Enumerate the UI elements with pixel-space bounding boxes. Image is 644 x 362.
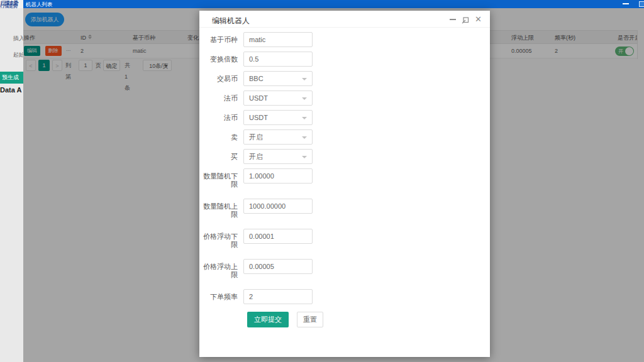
chevron-down-icon: [302, 117, 307, 119]
chevron-down-icon: [302, 78, 307, 80]
fiat-select-1[interactable]: USDT: [243, 90, 313, 106]
field-label: 法币: [203, 90, 238, 102]
field-label: 价格浮动下限: [203, 229, 238, 249]
multiplier-input[interactable]: [243, 52, 313, 67]
field-label: 价格浮动上限: [203, 259, 238, 279]
form-row-multiplier: 变换倍数: [203, 52, 490, 67]
maximize-icon[interactable]: [462, 15, 470, 23]
price-lower-input[interactable]: [243, 229, 313, 244]
form-actions: 立即提交 重置: [247, 312, 490, 327]
app-logo: 行情走势 行情走势: [0, 0, 23, 8]
chevron-down-icon: [302, 136, 307, 139]
field-label: 买: [203, 149, 238, 161]
tab-robot-list[interactable]: 机器人列表: [26, 1, 53, 8]
field-label: 数量随机上限: [203, 199, 238, 219]
screen: 行情走势 行情走势 机器人列表 插入 起始 预生成 Data A 添加机器人 操…: [0, 0, 644, 362]
submit-button[interactable]: 立即提交: [247, 312, 289, 327]
field-label: 基于币种: [203, 32, 238, 44]
modal-title: 编辑机器人: [212, 16, 250, 26]
fiat-select-2[interactable]: USDT: [243, 110, 313, 125]
sidebar-item-pregenerate[interactable]: 预生成: [0, 72, 23, 84]
trade-coin-select[interactable]: BBC: [243, 71, 313, 86]
base-coin-input[interactable]: [243, 32, 313, 47]
price-upper-input[interactable]: [243, 259, 313, 274]
form-row-trade-coin: 交易币 BBC: [203, 71, 490, 86]
form-row-qty-upper: 数量随机上限: [203, 199, 490, 219]
sell-select[interactable]: 开启: [243, 129, 313, 145]
reset-button[interactable]: 重置: [297, 312, 323, 327]
form-row-fiat-1: 法币 USDT: [203, 90, 490, 106]
form-row-fiat-2: 法币 USDT: [203, 110, 490, 125]
edit-robot-modal: 编辑机器人 ✕ 基于币种 变换倍数 交易币 BBC: [199, 11, 490, 357]
edit-robot-form: 基于币种 变换倍数 交易币 BBC 法币 USDT 法币 USDT 卖 开启: [199, 28, 490, 327]
buy-select[interactable]: 开启: [243, 149, 313, 164]
logo-text-ghost: 行情走势: [0, 3, 18, 8]
window-icon[interactable]: [639, 1, 644, 7]
order-frequency-input[interactable]: [243, 289, 313, 304]
form-row-qty-lower: 数量随机下限: [203, 168, 490, 189]
form-row-price-lower: 价格浮动下限: [203, 229, 490, 249]
qty-lower-input[interactable]: [243, 168, 313, 184]
minimize-icon[interactable]: [449, 15, 457, 23]
field-label: 变换倍数: [203, 52, 238, 63]
form-row-order-frequency: 下单频率: [203, 289, 490, 304]
minimize-icon[interactable]: [623, 3, 629, 4]
form-row-sell: 卖 开启: [203, 129, 490, 145]
qty-upper-input[interactable]: [243, 199, 313, 214]
sidebar-item-insert[interactable]: 插入: [13, 35, 23, 43]
chevron-down-icon: [302, 156, 307, 158]
modal-title-bar: 编辑机器人 ✕: [199, 11, 490, 28]
form-row-price-upper: 价格浮动上限: [203, 259, 490, 279]
sidebar-item-data[interactable]: Data A: [0, 86, 21, 94]
top-bar: 行情走势 行情走势 机器人列表: [0, 0, 644, 8]
sidebar: 插入 起始 预生成 Data A: [0, 8, 23, 362]
field-label: 交易币: [203, 71, 238, 83]
close-icon[interactable]: ✕: [474, 15, 482, 23]
form-row-base-coin: 基于币种: [203, 32, 490, 47]
field-label: 卖: [203, 129, 238, 141]
chevron-down-icon: [302, 97, 307, 100]
form-row-buy: 买 开启: [203, 149, 490, 164]
field-label: 法币: [203, 110, 238, 122]
field-label: 下单频率: [203, 289, 238, 301]
field-label: 数量随机下限: [203, 168, 238, 189]
sidebar-item-start[interactable]: 起始: [13, 51, 23, 59]
